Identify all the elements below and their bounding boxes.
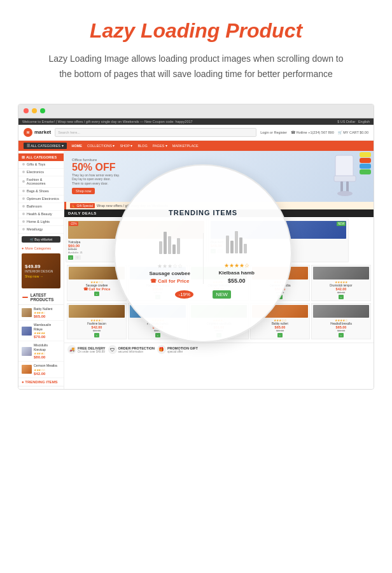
footer-delivery: 🚚 FREE DELIVERY On order over $49.99: [67, 345, 106, 354]
browser-chrome: [18, 104, 374, 118]
trending-circle-overlay: TRENDING ITEMS ★★★☆☆ Sausage c: [114, 164, 292, 343]
logo-icon: M: [24, 128, 32, 137]
sidebar-product-2: Wambouslin Rileye ★★★★★ $70.00: [18, 321, 64, 341]
nav-pages[interactable]: PAGES ▾: [153, 144, 167, 148]
dot-red: [24, 108, 29, 113]
sidebar-header: ⊞ ALL CATEGORIES: [18, 153, 64, 161]
logo-text: market: [34, 129, 51, 135]
sidebar-item-health[interactable]: Health & Beauty: [18, 211, 64, 218]
logo-area: M market: [24, 128, 51, 137]
atc-bp-1[interactable]: +: [94, 292, 99, 296]
delivery-icon: 🚚: [67, 345, 76, 354]
dot-green: [40, 108, 45, 113]
shop-header: M market Search here... Login or Registe…: [18, 125, 374, 141]
hero-chair-illustration: [329, 154, 361, 199]
bp-cell-6: ★★★★☆ Fashine bacon $42.00 $55.00 +: [67, 303, 127, 339]
bp-cell-5: ★★★★★ Drumstick tempor $42.00 $55.00 +: [311, 265, 371, 301]
circle-prod-name-2: Kielbasa hamb: [211, 270, 262, 276]
more-categories-btn[interactable]: ● More Categories: [18, 245, 64, 251]
svg-rect-1: [334, 176, 356, 181]
hero-shop-now[interactable]: Shop now: [72, 188, 95, 194]
footer-promotion: 🎁 PROMOTION GIFT special offer: [157, 345, 198, 354]
atc-bp-6[interactable]: +: [94, 333, 99, 337]
page-header: Lazy Loading Product Lazy Loading Image …: [31, 0, 361, 88]
buy-emarket-btn[interactable]: 🛒 Buy eMarket: [22, 236, 60, 243]
sidebar-product-1: Batity Nullent ★★★★☆ $65.00: [18, 305, 64, 322]
footer-protection: 🛡 ORDER PROTECTION secured information: [108, 345, 155, 354]
shop-page: Welcome to Emarke! | Wrap new offers / g…: [18, 118, 374, 389]
nav-blog[interactable]: BLOG: [137, 144, 147, 148]
circle-stars-1: ★★★☆☆: [144, 263, 195, 269]
sidebar-item-electronics[interactable]: Electronics: [18, 169, 64, 176]
sidebar-item-bathroom[interactable]: Bathroom: [18, 203, 64, 211]
welcome-text: Welcome to Emarke! | Wrap new offers / g…: [22, 120, 193, 124]
sidebar-item-bags[interactable]: Bags & Shoes: [18, 188, 64, 195]
atc-bp-5[interactable]: +: [339, 295, 344, 299]
circle-prod-img-2: [214, 222, 259, 260]
sidebar-product-4: Cemson Meatba ★★★☆☆ $42.00: [18, 362, 64, 378]
dot-yellow: [32, 108, 37, 113]
nav-shop[interactable]: SHOP ▾: [120, 144, 132, 148]
add-to-cart-1[interactable]: +: [68, 255, 73, 260]
circle-prod-img-1: [148, 222, 192, 260]
page-description: Lazy Loading Image allows loading produc…: [43, 52, 349, 82]
sidebar-item-optimum[interactable]: Optimum Electronics: [18, 195, 64, 203]
latest-products-header: LATEST PRODUCTS: [18, 290, 64, 305]
new-badge-circle: NEW: [213, 290, 231, 299]
search-bar[interactable]: Search here...: [55, 128, 256, 137]
wishlist-1[interactable]: ♡: [74, 255, 81, 260]
search-placeholder: Search here...: [58, 131, 80, 134]
discount-badge-circle: -19%: [175, 290, 193, 299]
sidebar-item-home[interactable]: Home & Lights: [18, 218, 64, 226]
interior-promo: $49.89 INTERIOR DESIGN Shop now →: [22, 253, 60, 288]
protection-icon: 🛡: [108, 345, 117, 354]
circle-prod-price-2: $55.00: [211, 278, 262, 284]
atc-bp-7[interactable]: +: [155, 333, 160, 337]
footer-icons: 🚚 FREE DELIVERY On order over $49.99 🛡 O…: [64, 343, 374, 356]
hotline: ☎ Hotline +1(234) 567 890: [291, 131, 334, 134]
page-title: Lazy Loading Product: [43, 19, 349, 43]
sidebar-item-gifts[interactable]: Gifts & Toys: [18, 161, 64, 169]
nav-home[interactable]: HOME: [72, 144, 83, 148]
top-bar: Welcome to Emarke! | Wrap new offers / g…: [18, 118, 374, 125]
cart[interactable]: 🛒 MY CART $0.00: [338, 131, 368, 134]
sidebar-product-3: Miscidults Kievicap ★★★★☆ $80.00: [18, 341, 64, 362]
pillows: [360, 152, 372, 175]
circle-divider: [203, 233, 204, 284]
screenshot-wrapper: Welcome to Emarke! | Wrap new offers / g…: [18, 104, 374, 390]
circle-prod-name-1: Sausage cowbee: [144, 271, 195, 276]
trending-label-sidebar: ● TRENDING ITEMS: [18, 378, 64, 386]
sidebar-item-metallurgy[interactable]: Metallurgy: [18, 226, 64, 234]
circle-stars-2: ★★★★☆: [211, 262, 262, 269]
sidebar: ⊞ ALL CATEGORIES Gifts & Toys Electronic…: [18, 151, 64, 389]
atc-bp-10[interactable]: +: [339, 333, 344, 337]
login-link[interactable]: Login or Register: [260, 131, 287, 134]
all-categories[interactable]: ☰ ALL CATEGORIES ▾: [24, 143, 67, 149]
nav-bar: ☰ ALL CATEGORIES ▾ HOME COLLECTIONS ▾ SH…: [18, 141, 374, 151]
header-actions: Login or Register ☎ Hotline +1(234) 567 …: [260, 131, 368, 134]
promotion-icon: 🎁: [157, 345, 166, 354]
circle-products: ★★★☆☆ Sausage cowbee ☎ Call for Price: [144, 222, 262, 284]
circle-badges-row: -19% NEW: [175, 290, 230, 299]
atc-bp-9[interactable]: +: [277, 333, 283, 337]
circle-product-1: ★★★☆☆ Sausage cowbee ☎ Call for Price: [144, 222, 195, 284]
circle-title: TRENDING ITEMS: [169, 209, 237, 216]
circle-product-2: ★★★★☆ Kielbasa hamb $55.00: [211, 222, 262, 284]
svg-point-4: [337, 191, 353, 196]
currency-language: $ US Dollar English: [337, 120, 370, 124]
nav-marketplace[interactable]: MARKETPLACE: [172, 144, 199, 148]
bp-cell-10: ★★★★☆ Headtall brexulla $65.00 $80.00 +: [311, 303, 371, 339]
nav-collections[interactable]: COLLECTIONS ▾: [87, 144, 115, 148]
sidebar-item-fashion[interactable]: Fashion & Accessories: [18, 176, 64, 188]
svg-rect-0: [335, 155, 353, 178]
circle-prod-price-1: ☎ Call for Price: [144, 278, 195, 284]
